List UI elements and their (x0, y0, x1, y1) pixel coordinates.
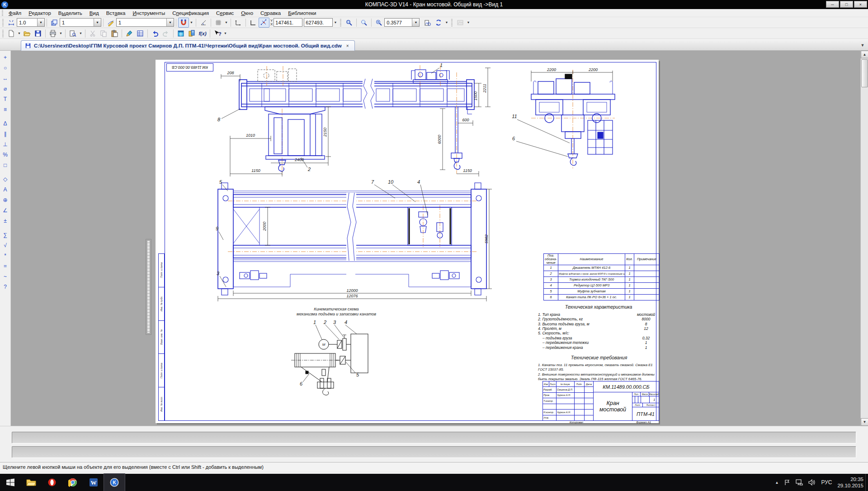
style-dropdown[interactable]: ▼ (166, 19, 174, 26)
copy-properties-button[interactable] (124, 29, 135, 38)
coord-x-input[interactable]: 627493. (304, 18, 333, 27)
cursor-step-dropdown[interactable]: ▼ (37, 19, 44, 26)
save-button[interactable] (33, 29, 43, 38)
kompas-taskbar-icon[interactable]: K (104, 474, 125, 491)
angle-snap-icon[interactable] (198, 18, 209, 28)
variables-window-button[interactable] (175, 29, 186, 38)
selection-tool-icon[interactable]: □ (0, 160, 10, 170)
menu-file[interactable]: Файл (5, 10, 25, 16)
menu-insert[interactable]: Вставка (103, 10, 129, 16)
property-bar-strip[interactable] (12, 432, 856, 443)
print-preview-dropdown[interactable]: ▼ (78, 29, 83, 38)
toolbar-grip[interactable] (2, 19, 4, 26)
zoom-frame-icon[interactable] (344, 18, 354, 28)
layers-icon[interactable] (49, 18, 60, 28)
menu-view[interactable]: Вид (86, 10, 103, 16)
table-tool-icon[interactable]: ≡ (0, 105, 10, 114)
show-document-icon[interactable] (422, 18, 433, 28)
zoom-in-icon[interactable] (373, 18, 384, 28)
action-center-flag-icon[interactable] (784, 479, 790, 486)
tab-close-icon[interactable]: × (344, 43, 351, 49)
asterisk-tool-icon[interactable]: * (0, 251, 10, 260)
menu-help[interactable]: Справка (257, 10, 284, 16)
scroll-down-icon[interactable]: ▼ (861, 418, 868, 426)
show-desktop-button[interactable] (865, 474, 868, 491)
editing-tool-icon[interactable]: Δ (0, 119, 10, 128)
new-document-dropdown[interactable]: ▼ (17, 29, 22, 38)
menu-libraries[interactable]: Библиотеки (284, 10, 320, 16)
drawing-sheet[interactable]: КМ.11489.00.000.СБ Подп. и дата Инв. № д… (156, 60, 659, 423)
context-help-button[interactable]: ? (212, 29, 223, 38)
layer-value[interactable]: 1 (60, 19, 94, 26)
language-indicator[interactable]: РУС (821, 479, 832, 486)
menu-tools[interactable]: Инструменты (129, 10, 169, 16)
spec-manage-button[interactable] (135, 29, 146, 38)
minimize-button[interactable]: ─ (826, 1, 839, 8)
maximize-button[interactable]: □ (840, 1, 853, 8)
ortho-icon[interactable] (248, 18, 259, 28)
parallel-tool-icon[interactable]: ∥ (0, 129, 10, 138)
drawing-canvas[interactable]: КМ.11489.00.000.СБ Подп. и дата Инв. № д… (11, 51, 860, 426)
help-tool-icon[interactable]: ? (0, 282, 10, 291)
undo-button[interactable] (150, 29, 160, 38)
print-dropdown[interactable]: ▼ (58, 29, 63, 38)
document-tab[interactable]: C:\Users\next\Desktop\ГПМ Курсовой проек… (21, 40, 355, 51)
tab-list-chevron-icon[interactable]: ▼ (859, 42, 866, 49)
start-button[interactable] (0, 474, 21, 491)
menu-editor[interactable]: Редактор (25, 10, 55, 16)
tolerance-tool-icon[interactable]: ± (0, 216, 10, 225)
menu-specification[interactable]: Спецификация (169, 10, 212, 16)
open-document-button[interactable] (22, 29, 33, 38)
library-manager-button[interactable] (186, 29, 197, 38)
equal-tool-icon[interactable]: = (0, 261, 10, 271)
new-document-button[interactable] (6, 29, 17, 38)
docked-panel-strip[interactable] (146, 239, 151, 335)
cursor-tool-icon[interactable]: + (0, 52, 10, 62)
message-bar-strip[interactable] (12, 446, 856, 458)
views-tool-icon[interactable]: ◇ (0, 174, 10, 184)
grid-icon[interactable] (213, 18, 224, 28)
cursor-step-combo[interactable]: 1.0 ▼ (17, 18, 45, 27)
menu-select[interactable]: Выделить (55, 10, 86, 16)
image-tool-dropdown[interactable]: ▼ (466, 18, 471, 28)
hidden-icons-chevron[interactable]: ▲ (775, 481, 778, 485)
snap-magnet-button[interactable] (178, 18, 189, 28)
zoom-combo[interactable]: 0.3577 ▼ (384, 18, 420, 27)
zoom-area-icon[interactable] (359, 18, 369, 28)
vertical-scrollbar[interactable]: ▲ ▼ (860, 51, 868, 426)
opera-browser-icon[interactable] (42, 474, 62, 491)
line-style-icon[interactable] (105, 18, 116, 28)
scroll-thumb[interactable] (861, 59, 868, 87)
print-preview-button[interactable] (67, 29, 78, 38)
sum-tool-icon[interactable]: ∑ (0, 230, 10, 239)
text-tool-icon[interactable]: T (0, 94, 10, 104)
redo-button[interactable] (160, 29, 171, 38)
angle-tool-icon[interactable]: ∠ (0, 205, 10, 215)
menu-grip[interactable] (2, 10, 3, 16)
snap-magnet-dropdown[interactable]: ▼ (189, 18, 194, 28)
local-cs-icon[interactable] (233, 18, 244, 28)
insert-tool-icon[interactable]: ⊕ (0, 195, 10, 205)
dimensions-tool-icon[interactable]: ↔ (0, 73, 10, 83)
refresh-view-icon[interactable] (433, 18, 444, 28)
help-dropdown[interactable]: ▼ (223, 29, 228, 38)
geometry-tool-icon[interactable]: ○ (0, 63, 10, 72)
perpendicular-tool-icon[interactable]: ⊥ (0, 139, 10, 149)
diameter-tool-icon[interactable]: ⌀ (0, 84, 10, 93)
style-combo[interactable]: 1 ▼ (116, 18, 174, 27)
fx-variables-button[interactable]: f(x) (197, 29, 208, 38)
layer-dropdown[interactable]: ▼ (94, 19, 101, 26)
measure-tool-icon[interactable]: % (0, 150, 10, 159)
style-value[interactable]: 1 (117, 19, 166, 26)
annotation-tool-icon[interactable]: A (0, 185, 10, 194)
print-button[interactable] (47, 29, 58, 38)
cut-button[interactable] (87, 29, 98, 38)
toolbar-grip2[interactable] (2, 30, 4, 37)
paste-button[interactable] (109, 29, 120, 38)
coord-y-input[interactable]: 147461. (274, 18, 302, 27)
scroll-up-icon[interactable]: ▲ (861, 51, 868, 58)
volume-icon[interactable] (808, 479, 816, 486)
root-tool-icon[interactable]: √ (0, 240, 10, 250)
cursor-step-value[interactable]: 1.0 (17, 19, 37, 26)
zoom-dropdown[interactable]: ▼ (412, 19, 419, 26)
